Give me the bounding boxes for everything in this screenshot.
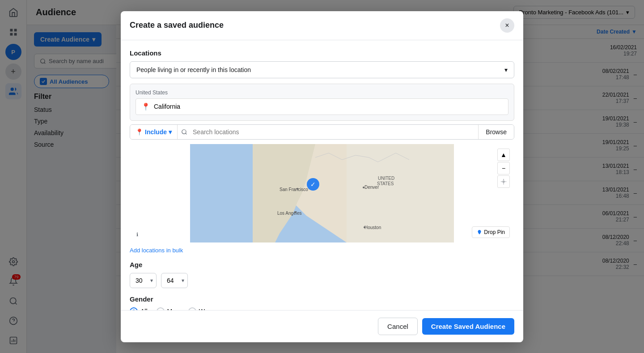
- modal-overlay: Create a saved audience × Locations Peop…: [0, 0, 644, 353]
- modal-header: Create a saved audience ×: [121, 11, 523, 40]
- map-container: ✓ San Francisco Los Angeles Denver UNITE…: [130, 144, 514, 242]
- united-states-label: UNITED: [378, 176, 394, 181]
- chevron-down-icon: ▾: [169, 128, 172, 136]
- san-francisco-label: San Francisco: [280, 187, 308, 192]
- age-from-select[interactable]: 30: [130, 273, 157, 288]
- svg-point-25: [503, 181, 504, 183]
- age-label: Age: [130, 261, 514, 268]
- svg-point-23: [363, 187, 364, 188]
- locations-label: Locations: [130, 49, 514, 57]
- cancel-button[interactable]: Cancel: [378, 318, 418, 335]
- search-locations-icon: [181, 129, 187, 135]
- svg-line-16: [186, 133, 187, 134]
- map-info-button[interactable]: ℹ: [133, 231, 141, 239]
- svg-point-15: [182, 129, 186, 133]
- svg-point-22: [294, 211, 296, 213]
- zoom-in-button[interactable]: ▲: [497, 149, 510, 161]
- drop-pin-button[interactable]: Drop Pin: [472, 226, 510, 238]
- age-row: 30 ▾ 64 ▾: [130, 273, 514, 288]
- chevron-down-icon: ▾: [504, 66, 508, 73]
- age-from-wrapper: 30 ▾: [130, 273, 157, 288]
- include-button[interactable]: 📍 Include ▾: [130, 125, 178, 139]
- age-section: Age 30 ▾ 64 ▾: [130, 261, 514, 288]
- location-country: United States: [136, 89, 508, 96]
- houston-label: Houston: [364, 225, 381, 230]
- svg-text:STATES: STATES: [377, 181, 394, 186]
- pin-icon: [477, 230, 482, 235]
- age-to-wrapper: 64 ▾: [161, 273, 188, 288]
- age-to-select[interactable]: 64: [161, 273, 188, 288]
- modal-close-button[interactable]: ×: [500, 18, 514, 33]
- los-angeles-label: Los Angeles: [277, 211, 302, 216]
- pin-green-icon: 📍: [136, 128, 143, 136]
- location-dropdown[interactable]: People living in or recently in this loc…: [130, 61, 514, 78]
- location-box: United States 📍 California: [130, 84, 514, 121]
- create-saved-audience-button[interactable]: Create Saved Audience: [422, 318, 514, 335]
- gender-section: Gender All Men Women: [130, 295, 514, 310]
- browse-button[interactable]: Browse: [478, 125, 514, 139]
- map-controls: ▲ −: [497, 149, 510, 188]
- modal-body: Locations People living in or recently i…: [121, 40, 523, 310]
- zoom-out-button[interactable]: −: [497, 162, 510, 174]
- modal-footer: Cancel Create Saved Audience: [121, 310, 523, 342]
- search-locations-input[interactable]: [187, 125, 478, 139]
- california-pin-icon: ✓: [307, 178, 319, 191]
- svg-point-24: [364, 226, 365, 228]
- locate-button[interactable]: [497, 175, 510, 188]
- search-locations-bar: 📍 Include ▾ Browse: [130, 124, 514, 140]
- location-item[interactable]: 📍 California: [136, 98, 508, 115]
- add-locations-bulk-link[interactable]: Add locations in bulk: [130, 247, 183, 254]
- modal: Create a saved audience × Locations Peop…: [121, 11, 523, 342]
- svg-text:✓: ✓: [310, 181, 316, 188]
- modal-title: Create a saved audience: [130, 21, 224, 30]
- gender-label: Gender: [130, 295, 514, 303]
- map-svg: ✓ San Francisco Los Angeles Denver UNITE…: [130, 144, 514, 242]
- pin-icon: 📍: [141, 102, 150, 111]
- svg-point-21: [297, 188, 298, 190]
